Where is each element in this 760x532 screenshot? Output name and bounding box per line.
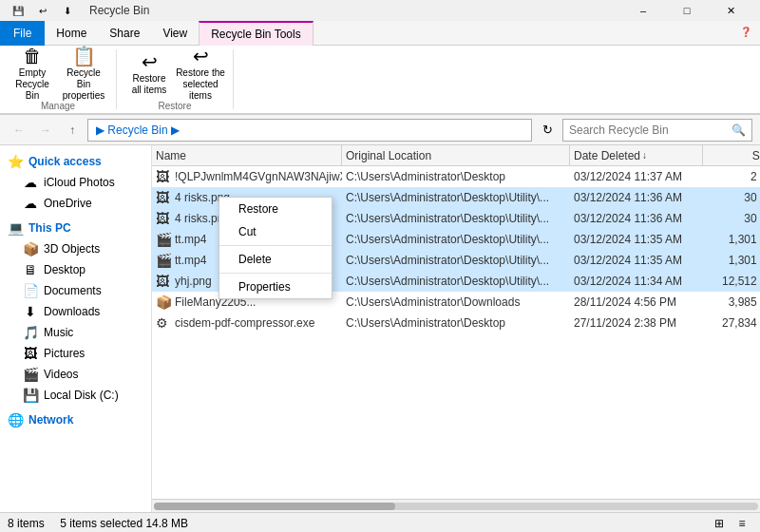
context-menu-item-cut[interactable]: Cut xyxy=(219,220,332,243)
mp4-icon: 🎬 xyxy=(156,253,171,268)
col-header-date[interactable]: Date Deleted ↓ xyxy=(570,145,703,165)
tab-manage[interactable]: Recycle Bin Tools xyxy=(199,21,314,46)
downloads-icon: ⬇ xyxy=(23,304,38,319)
col-header-name[interactable]: Name xyxy=(152,145,342,165)
title-bar: 💾 ↩ ⬇ Recycle Bin – □ ✕ xyxy=(0,0,760,21)
empty-recycle-bin-button[interactable]: 🗑 EmptyRecycle Bin xyxy=(8,49,57,99)
tab-file[interactable]: File xyxy=(0,21,45,46)
tab-home[interactable]: Home xyxy=(45,21,98,46)
sidebar-header-quick-access[interactable]: ⭐ Quick access xyxy=(0,151,151,172)
file-date-cell: 03/12/2024 11:34 AM xyxy=(570,275,703,288)
png-icon: 🖼 xyxy=(156,274,171,289)
horizontal-scrollbar[interactable] xyxy=(152,499,760,512)
file-size-cell: 3,985 KB xyxy=(703,295,760,309)
context-menu-item-restore[interactable]: Restore xyxy=(219,198,332,220)
icloud-label: iCloud Photos xyxy=(44,176,115,189)
sidebar-item-videos[interactable]: 🎬 Videos xyxy=(0,364,151,385)
file-location-cell: C:\Users\Administrator\Desktop\Utility\.… xyxy=(342,191,570,204)
star-icon: ⭐ xyxy=(8,154,23,169)
close-button[interactable]: ✕ xyxy=(709,0,752,21)
videos-label: Videos xyxy=(44,368,78,381)
sidebar-item-pictures[interactable]: 🖼 Pictures xyxy=(0,343,151,364)
search-icon: 🔍 xyxy=(732,124,746,137)
address-path[interactable]: ▶ Recycle Bin ▶ xyxy=(87,119,532,142)
music-label: Music xyxy=(44,326,73,339)
icloud-icon: ☁ xyxy=(23,175,38,190)
file-size-cell: 27,834 KB xyxy=(703,316,760,330)
pictures-label: Pictures xyxy=(44,347,85,360)
sidebar-item-documents[interactable]: 📄 Documents xyxy=(0,280,151,301)
file-location-cell: C:\Users\Administrator\Downloads xyxy=(342,295,570,309)
exe-icon: ⚙ xyxy=(156,315,171,331)
file-size-cell: 2 KB xyxy=(703,170,760,183)
large-icons-view-button[interactable]: ⊞ xyxy=(709,514,730,533)
forward-button[interactable]: → xyxy=(34,119,57,142)
minimize-button[interactable]: – xyxy=(621,0,665,21)
ribbon-group-manage-items: 🗑 EmptyRecycle Bin 📋 Recycle Binproperti… xyxy=(8,49,108,99)
search-input[interactable] xyxy=(569,124,728,137)
sidebar-item-music[interactable]: 🎵 Music xyxy=(0,322,151,343)
back-button[interactable]: ← xyxy=(8,119,30,142)
restore-all-label: Restoreall items xyxy=(132,73,167,96)
context-menu-item-properties[interactable]: Properties xyxy=(219,276,332,298)
sidebar-item-downloads[interactable]: ⬇ Downloads xyxy=(0,301,151,322)
sidebar-section-quick-access: ⭐ Quick access ☁ iCloud Photos ☁ OneDriv… xyxy=(0,149,151,216)
file-date-cell: 03/12/2024 11:35 AM xyxy=(570,254,703,267)
quick-access-dropdown[interactable]: ⬇ xyxy=(57,0,78,21)
computer-icon: 💻 xyxy=(8,220,23,236)
file-location-cell: C:\Users\Administrator\Desktop\Utility\.… xyxy=(342,212,570,225)
sidebar-item-local-disk[interactable]: 💾 Local Disk (C:) xyxy=(0,385,151,406)
hscroll-track xyxy=(154,503,758,510)
restore-selected-icon: ↩ xyxy=(193,47,209,66)
file-date-cell: 27/11/2024 2:38 PM xyxy=(570,316,703,330)
restore-group-label: Restore xyxy=(158,99,191,113)
file-size-cell: 1,301 KB xyxy=(703,233,760,246)
sidebar-item-3d-objects[interactable]: 📦 3D Objects xyxy=(0,238,151,259)
maximize-button[interactable]: □ xyxy=(665,0,709,21)
png-icon: 🖼 xyxy=(156,169,171,184)
restore-selected-label: Restore theselected items xyxy=(176,67,225,102)
tab-view[interactable]: View xyxy=(151,21,199,46)
hscroll-thumb[interactable] xyxy=(154,503,395,510)
file-location-cell: C:\Users\Administrator\Desktop xyxy=(342,170,570,183)
context-menu-item-delete[interactable]: Delete xyxy=(219,248,332,271)
table-row[interactable]: 🖼!QLPJwnlmM4GVgnNAW3NAjiwXP... C:\Users\… xyxy=(152,166,760,187)
recycle-bin-properties-button[interactable]: 📋 Recycle Binproperties xyxy=(59,49,108,99)
file-date-cell: 03/12/2024 11:37 AM xyxy=(570,170,703,183)
refresh-button[interactable]: ↻ xyxy=(536,119,559,142)
path-segment[interactable]: ▶ Recycle Bin ▶ xyxy=(96,124,180,137)
file-name-cell: 🖼!QLPJwnlmM4GVgnNAW3NAjiwXP... xyxy=(152,169,342,184)
desktop-icon: 🖥 xyxy=(23,262,38,277)
sidebar-header-this-pc[interactable]: 💻 This PC xyxy=(0,218,151,238)
disk-icon: 💾 xyxy=(23,388,38,403)
context-menu-separator-1 xyxy=(219,245,332,246)
col-header-location[interactable]: Original Location xyxy=(342,145,570,165)
ribbon-group-restore: ↩ Restoreall items ↩ Restore theselected… xyxy=(117,49,234,109)
sidebar-item-icloud-photos[interactable]: ☁ iCloud Photos xyxy=(0,172,151,193)
file-date-cell: 03/12/2024 11:36 AM xyxy=(570,191,703,204)
restore-selected-items-button[interactable]: ↩ Restore theselected items xyxy=(176,49,225,99)
sidebar-header-network[interactable]: 🌐 Network xyxy=(0,409,151,430)
up-button[interactable]: ↑ xyxy=(61,119,84,142)
empty-recycle-bin-label: EmptyRecycle Bin xyxy=(8,67,57,102)
file-date-cell: 03/12/2024 11:36 AM xyxy=(570,212,703,225)
details-view-button[interactable]: ≡ xyxy=(732,514,752,533)
item-count: 8 items xyxy=(8,517,45,530)
restore-all-items-button[interactable]: ↩ Restoreall items xyxy=(124,49,174,99)
ribbon-tabs: File Home Share View Recycle Bin Tools ❓ xyxy=(0,21,760,46)
3d-objects-icon: 📦 xyxy=(23,241,38,256)
file-date-cell: 28/11/2024 4:56 PM xyxy=(570,295,703,309)
status-bar: 8 items 5 items selected 14.8 MB ⊞ ≡ xyxy=(0,512,760,532)
quick-access-save[interactable]: 💾 xyxy=(8,0,28,21)
col-header-size[interactable]: Size xyxy=(703,145,760,165)
table-row[interactable]: ⚙cisdem-pdf-compressor.exe C:\Users\Admi… xyxy=(152,313,760,333)
onedrive-label: OneDrive xyxy=(44,197,92,210)
sidebar-item-desktop[interactable]: 🖥 Desktop xyxy=(0,259,151,280)
help-button[interactable]: ❓ xyxy=(735,21,756,42)
file-date-cell: 03/12/2024 11:35 AM xyxy=(570,233,703,246)
file-location-cell: C:\Users\Administrator\Desktop xyxy=(342,316,570,330)
tab-share[interactable]: Share xyxy=(98,21,151,46)
3d-objects-label: 3D Objects xyxy=(44,242,100,256)
sidebar-item-onedrive[interactable]: ☁ OneDrive xyxy=(0,193,151,214)
quick-access-undo[interactable]: ↩ xyxy=(32,0,53,21)
